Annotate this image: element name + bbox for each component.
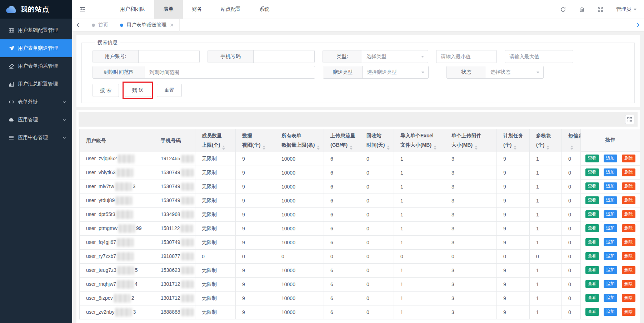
gift-type-select[interactable]: 选择赠送类型: [363, 66, 428, 78]
action-button-删除[interactable]: 删除: [622, 210, 635, 218]
max-value-input[interactable]: [505, 50, 573, 63]
action-button-追加[interactable]: 追加: [604, 224, 617, 232]
action-button-查看[interactable]: 查看: [585, 168, 599, 176]
sidebar-item[interactable]: 表单外链: [0, 93, 72, 111]
gift-button[interactable]: 赠 送: [125, 84, 151, 97]
action-button-追加[interactable]: 追加: [604, 238, 617, 246]
action-button-追加[interactable]: 追加: [604, 266, 617, 274]
account-input[interactable]: [139, 50, 199, 63]
column-header[interactable]: 单个上传附件大小(MB): [445, 129, 497, 152]
action-button-删除[interactable]: 删除: [622, 308, 635, 315]
refresh-icon[interactable]: [560, 6, 566, 13]
action-button-查看[interactable]: 查看: [585, 238, 599, 246]
table-row: user_ytduj891530749无限制9100006013910: [80, 194, 593, 208]
table-row: user_teug7z351538623无限制9100006013910: [80, 264, 593, 278]
top-nav-tab[interactable]: 用户和团队: [111, 0, 154, 19]
column-header[interactable]: 回收站时间(天): [360, 129, 394, 152]
column-header-line2: 上限(个): [202, 140, 235, 150]
top-nav-tab[interactable]: 站点配置: [211, 0, 250, 19]
action-button-追加[interactable]: 追加: [604, 182, 617, 190]
sort-icon[interactable]: [570, 146, 573, 150]
action-button-删除[interactable]: 删除: [622, 224, 635, 232]
data-cell: 1: [394, 264, 445, 278]
sort-icon[interactable]: [475, 146, 478, 150]
action-button-查看[interactable]: 查看: [585, 294, 599, 302]
action-button-删除[interactable]: 删除: [622, 280, 635, 288]
type-select[interactable]: 选择类型: [362, 50, 428, 63]
action-button-追加[interactable]: 追加: [604, 210, 617, 218]
admin-dropdown[interactable]: 管理员: [616, 6, 637, 13]
action-button-删除[interactable]: 删除: [622, 266, 635, 274]
phone-cell: 1301712: [154, 292, 195, 305]
column-header[interactable]: 所有表单数据量上限(条): [275, 129, 324, 152]
sidebar-item[interactable]: 用户基础配置管理: [0, 21, 72, 39]
top-nav-tab[interactable]: 表单: [154, 0, 183, 19]
data-cell: 9: [497, 208, 530, 222]
action-button-追加[interactable]: 追加: [604, 280, 617, 288]
action-button-删除[interactable]: 删除: [622, 182, 635, 190]
column-header[interactable]: 数据视图(个): [236, 129, 275, 152]
action-button-删除[interactable]: 删除: [622, 196, 635, 204]
sort-icon[interactable]: [387, 146, 390, 150]
action-button-删除[interactable]: 删除: [622, 168, 635, 176]
action-button-追加[interactable]: 追加: [604, 196, 617, 204]
status-select[interactable]: 选择状态: [486, 66, 543, 78]
column-header[interactable]: 成员数量上限(个): [195, 129, 236, 152]
collapse-sidebar-icon[interactable]: [76, 3, 89, 15]
column-header[interactable]: 导入单个Excel文件大小(MB): [394, 129, 445, 152]
sort-icon[interactable]: [263, 146, 265, 150]
page-tab[interactable]: 首页: [86, 19, 114, 31]
phone-input[interactable]: [254, 50, 314, 63]
data-cell: 3: [445, 264, 497, 278]
expire-range-input[interactable]: [145, 66, 315, 78]
data-cell: 9: [497, 305, 530, 319]
sort-icon[interactable]: [546, 146, 549, 150]
min-value-input[interactable]: [436, 50, 497, 63]
data-cell: 0: [360, 236, 394, 250]
action-button-查看[interactable]: 查看: [585, 182, 599, 190]
column-settings-icon[interactable]: [625, 115, 634, 124]
redacted-text: [181, 266, 194, 274]
action-button-追加[interactable]: 追加: [604, 252, 617, 260]
fullscreen-icon[interactable]: [598, 6, 603, 12]
sidebar-item[interactable]: 用户表单消耗管理: [0, 57, 72, 75]
top-nav-tab[interactable]: 系统: [250, 0, 279, 19]
page-tab[interactable]: 用户表单赠送管理: [114, 19, 180, 31]
column-header[interactable]: 多模块(个): [530, 129, 562, 152]
sort-icon[interactable]: [514, 146, 516, 150]
action-button-追加[interactable]: 追加: [604, 155, 617, 162]
action-button-查看[interactable]: 查看: [585, 210, 599, 218]
trash-icon[interactable]: [579, 6, 585, 12]
data-cell: 10000: [275, 152, 324, 166]
sort-icon[interactable]: [434, 146, 436, 150]
action-button-查看[interactable]: 查看: [585, 196, 599, 204]
reset-button[interactable]: 重置: [157, 84, 182, 97]
action-button-查看[interactable]: 查看: [585, 224, 599, 232]
tabs-scroll-right-icon[interactable]: [632, 19, 644, 31]
column-header[interactable]: 计划任务(个): [497, 129, 530, 152]
sidebar-item[interactable]: 用户汇总配置管理: [0, 75, 72, 93]
action-button-查看[interactable]: 查看: [585, 155, 599, 162]
action-button-查看[interactable]: 查看: [585, 308, 599, 315]
action-button-删除[interactable]: 删除: [622, 238, 635, 246]
action-button-追加[interactable]: 追加: [604, 168, 617, 176]
action-button-查看[interactable]: 查看: [585, 252, 599, 260]
sidebar-item[interactable]: 应用管理: [0, 111, 72, 129]
top-nav-tab[interactable]: 财务: [183, 0, 211, 19]
search-button[interactable]: 搜 索: [93, 84, 119, 97]
action-button-删除[interactable]: 删除: [622, 155, 635, 162]
sidebar-item[interactable]: 应用中心管理: [0, 129, 72, 147]
action-button-删除[interactable]: 删除: [622, 252, 635, 260]
sidebar-item[interactable]: 用户表单赠送管理: [0, 39, 72, 57]
action-button-查看[interactable]: 查看: [585, 280, 599, 288]
sort-icon[interactable]: [317, 146, 320, 150]
sort-icon[interactable]: [222, 146, 225, 150]
sort-icon[interactable]: [350, 146, 353, 150]
action-button-追加[interactable]: 追加: [604, 294, 617, 302]
close-icon[interactable]: [170, 23, 174, 27]
action-button-追加[interactable]: 追加: [604, 308, 617, 315]
column-header[interactable]: 上传总流量(GB/年): [324, 129, 360, 152]
action-button-删除[interactable]: 删除: [622, 294, 635, 302]
tabs-scroll-left-icon[interactable]: [72, 19, 84, 31]
action-button-查看[interactable]: 查看: [585, 266, 599, 274]
